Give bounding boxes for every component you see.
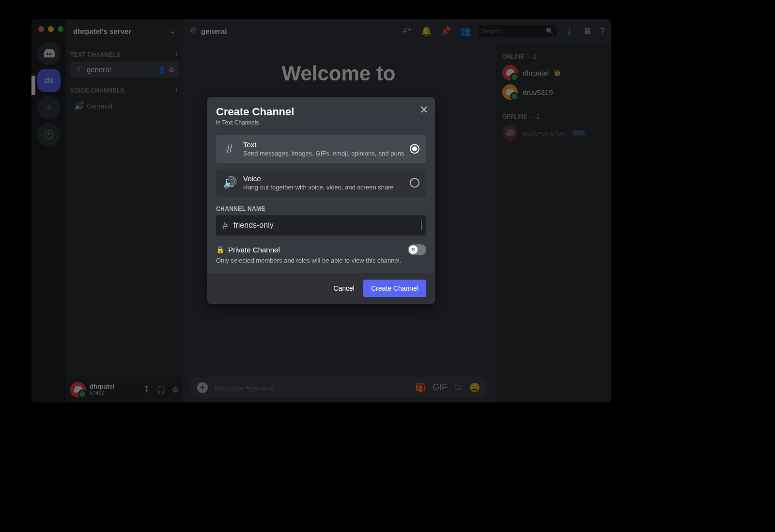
private-toggle[interactable]: ✕: [408, 244, 426, 255]
app-window: ds + dhrpatel's server ⌄ TEXT CHANNELS +…: [31, 19, 611, 402]
type-desc: Send messages, images, GIFs, emoji, opin…: [243, 150, 404, 157]
create-channel-button[interactable]: Create Channel: [363, 280, 426, 297]
hash-icon: #: [221, 220, 230, 231]
cancel-button[interactable]: Cancel: [331, 281, 356, 296]
speaker-icon: 🔊: [223, 176, 236, 189]
channel-type-voice[interactable]: 🔊 Voice Hang out together with voice, vi…: [216, 169, 426, 197]
type-title: Voice: [243, 174, 394, 183]
channel-name-input[interactable]: #: [216, 215, 426, 235]
create-channel-modal: ✕ Create Channel in Text Channels # Text…: [207, 97, 435, 304]
modal-title: Create Channel: [216, 106, 426, 118]
close-icon[interactable]: ✕: [419, 104, 428, 116]
text-caret: [421, 220, 421, 230]
private-channel-desc: Only selected members and roles will be …: [216, 257, 426, 264]
channel-type-text[interactable]: # Text Send messages, images, GIFs, emoj…: [216, 135, 426, 163]
hash-icon: #: [223, 142, 236, 156]
channel-name-field[interactable]: [233, 221, 417, 230]
lock-icon: 🔒: [216, 246, 224, 253]
modal-subtitle: in Text Channels: [216, 119, 426, 126]
type-desc: Hang out together with voice, video, and…: [243, 184, 394, 191]
private-channel-label: Private Channel: [228, 246, 280, 254]
toggle-knob-icon: ✕: [409, 245, 418, 254]
radio-unselected-icon: [410, 178, 419, 188]
radio-selected-icon: [410, 144, 419, 154]
channel-name-label: CHANNEL NAME: [216, 205, 426, 212]
type-title: Text: [243, 141, 404, 149]
